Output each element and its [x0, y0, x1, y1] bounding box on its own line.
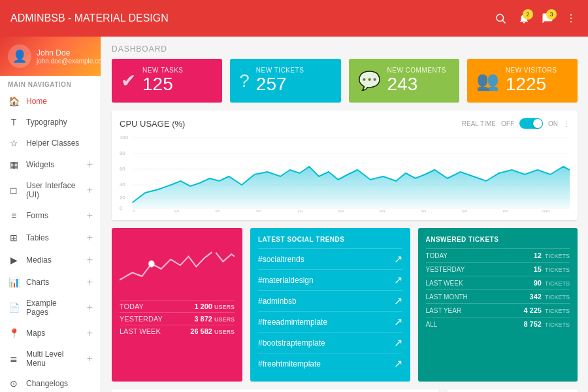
cpu-chart: 100 80 60 40 20 0 0 10 20: [120, 134, 570, 212]
visits-today: TODAY 1 200 USERS: [120, 300, 235, 312]
visits-chart: [120, 236, 235, 295]
multilevel-icon: ≣: [8, 353, 20, 364]
realtime-toggle[interactable]: [519, 118, 543, 129]
sidebar-item-tables[interactable]: ⊞ Tables +: [0, 227, 101, 249]
answered-label: ALL: [426, 321, 438, 328]
visits-lastweek: LAST WEEK 26 582 USERS: [120, 325, 235, 337]
svg-text:40: 40: [297, 209, 303, 212]
answered-row: TODAY 12 TICKETS: [426, 248, 570, 262]
tickets-icon: ?: [239, 71, 250, 91]
top-navbar: ADMINBSB - MATERIAL DESIGN 2 3: [0, 0, 588, 37]
svg-point-2: [570, 14, 572, 16]
trend-icon: ↗: [394, 357, 402, 370]
main-content: DASHBOARD ✔ NEW TASKS 125 ? NEW TICKETS …: [101, 37, 588, 392]
comments-info: NEW COMMENTS 243: [387, 67, 446, 95]
social-item: #freeadmintemplate ↗: [258, 311, 402, 332]
tickets-label: NEW TICKETS: [256, 67, 304, 74]
social-item: #bootstraptemplate ↗: [258, 332, 402, 353]
sidebar-label-forms: Forms: [26, 211, 80, 220]
profile-name: John Doe: [37, 48, 101, 57]
expand-icon: +: [87, 327, 93, 339]
trend-icon: ↗: [394, 336, 402, 349]
chart-more-icon[interactable]: ⋮: [563, 120, 570, 127]
svg-text:50: 50: [338, 209, 344, 212]
visits-stats: TODAY 1 200 USERS YESTERDAY 3 872 USERS: [120, 300, 235, 337]
sidebar-item-example[interactable]: 📄 Example Pages +: [0, 293, 101, 322]
sidebar-item-ui[interactable]: ◻ User Interface (UI) +: [0, 176, 101, 204]
answered-value: 8 752 TICKETS: [523, 320, 570, 328]
sidebar-label-charts: Charts: [26, 278, 80, 287]
svg-point-28: [149, 261, 154, 267]
social-items: #socialtrends ↗ #materialdesign ↗ #admin…: [258, 248, 402, 374]
answered-rows: TODAY 12 TICKETS YESTERDAY 15 TICKETS LA…: [426, 248, 570, 331]
expand-icon: +: [87, 254, 93, 266]
sidebar-item-multilevel[interactable]: ≣ Multi Level Menu +: [0, 344, 101, 373]
social-tag: #freehtmltemplate: [258, 359, 321, 368]
browser-card: BROWSER USAGE ⋮: [447, 389, 578, 392]
sidebar-item-helper[interactable]: ☆ Helper Classes: [0, 133, 101, 154]
more-icon[interactable]: [564, 12, 578, 25]
svg-text:0: 0: [133, 209, 136, 212]
social-tag: #bootstraptemplate: [258, 338, 325, 348]
cpu-chart-title: CPU USAGE (%): [120, 119, 185, 129]
off-label: OFF: [501, 120, 514, 127]
typography-icon: T: [8, 117, 20, 127]
svg-text:100: 100: [120, 135, 129, 140]
sidebar-profile: 👤 John Doe john.doe@example.com ▾: [0, 37, 101, 76]
chart-controls: REAL TIME OFF ON ⋮: [462, 118, 570, 129]
social-item: #socialtrends ↗: [258, 248, 402, 269]
svg-point-4: [570, 21, 572, 22]
svg-text:60: 60: [380, 209, 385, 212]
sidebar-item-typography[interactable]: T Typography: [0, 112, 101, 133]
answered-value: 4 225 TICKETS: [523, 306, 570, 314]
sidebar-item-home[interactable]: 🏠 Home: [0, 91, 101, 112]
sidebar-label-tables: Tables: [26, 233, 80, 242]
sidebar-item-maps[interactable]: 📍 Maps +: [0, 322, 101, 344]
social-tag: #freeadmintemplate: [258, 318, 327, 327]
bottom-row: TASK INFOS ⋮ # Task Status Manager Progr…: [112, 389, 578, 392]
on-label: ON: [548, 120, 558, 127]
svg-point-3: [570, 18, 572, 19]
expand-icon: +: [87, 159, 93, 171]
trend-icon: ↗: [394, 316, 402, 328]
answered-row: YESTERDAY 15 TICKETS: [426, 262, 570, 276]
answered-card: ANSWERED TICKETS TODAY 12 TICKETS YESTER…: [418, 228, 578, 382]
answered-row: ALL 8 752 TICKETS: [426, 317, 570, 331]
social-card: LATEST SOCIAL TRENDS #socialtrends ↗ #ma…: [250, 228, 410, 382]
tickets-info: NEW TICKETS 257: [256, 67, 304, 95]
answered-card-title: ANSWERED TICKETS: [426, 236, 570, 243]
social-tag: #socialtrends: [258, 255, 304, 264]
answered-row: LAST WEEK 90 TICKETS: [426, 276, 570, 289]
sidebar-label-widgets: Widgets: [26, 160, 80, 169]
sidebar-item-forms[interactable]: ≡ Forms +: [0, 204, 101, 227]
answered-label: LAST YEAR: [426, 307, 462, 314]
sidebar-item-changelogs[interactable]: ⊙ Changelogs: [0, 373, 101, 392]
stat-card-tasks: ✔ NEW TASKS 125: [112, 59, 222, 103]
search-icon[interactable]: [494, 12, 507, 25]
svg-text:60: 60: [120, 166, 125, 172]
sidebar-label-ui: User Interface (UI): [26, 181, 80, 199]
sidebar-item-charts[interactable]: 📊 Charts +: [0, 271, 101, 293]
answered-value: 90 TICKETS: [534, 279, 570, 287]
svg-text:40: 40: [120, 182, 125, 188]
sidebar-item-medias[interactable]: ▶ Medias +: [0, 249, 101, 271]
tasks-label: NEW TASKS: [142, 67, 183, 74]
home-icon: 🏠: [8, 96, 20, 106]
svg-point-0: [497, 14, 504, 22]
changelogs-icon: ⊙: [8, 378, 20, 389]
tables-icon: ⊞: [8, 233, 20, 243]
tasks-info: NEW TASKS 125: [142, 67, 183, 95]
tasks-value: 125: [142, 74, 183, 95]
maps-icon: 📍: [8, 328, 20, 338]
social-item: #adminbsb ↗: [258, 290, 402, 311]
chart-header: CPU USAGE (%) REAL TIME OFF ON ⋮: [120, 118, 570, 129]
medias-icon: ▶: [8, 255, 20, 265]
answered-label: YESTERDAY: [426, 266, 465, 273]
sidebar-item-widgets[interactable]: ▦ Widgets +: [0, 154, 101, 176]
comments-label: NEW COMMENTS: [387, 67, 446, 74]
messages-icon[interactable]: 3: [541, 12, 554, 25]
navbar-icons: 2 3: [494, 12, 578, 25]
answered-label: LAST WEEK: [426, 280, 463, 287]
comments-icon: 💬: [358, 70, 381, 91]
notifications-icon[interactable]: 2: [517, 12, 531, 25]
